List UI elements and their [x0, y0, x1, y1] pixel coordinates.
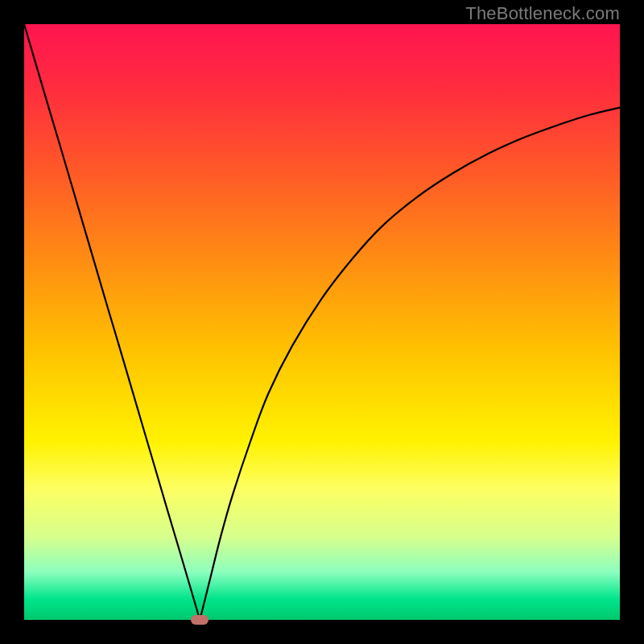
chart-frame [24, 24, 620, 620]
gradient-background [24, 24, 620, 620]
watermark-text: TheBottleneck.com [465, 3, 620, 24]
minimum-point-marker [191, 615, 208, 625]
bottleneck-chart [24, 24, 620, 620]
